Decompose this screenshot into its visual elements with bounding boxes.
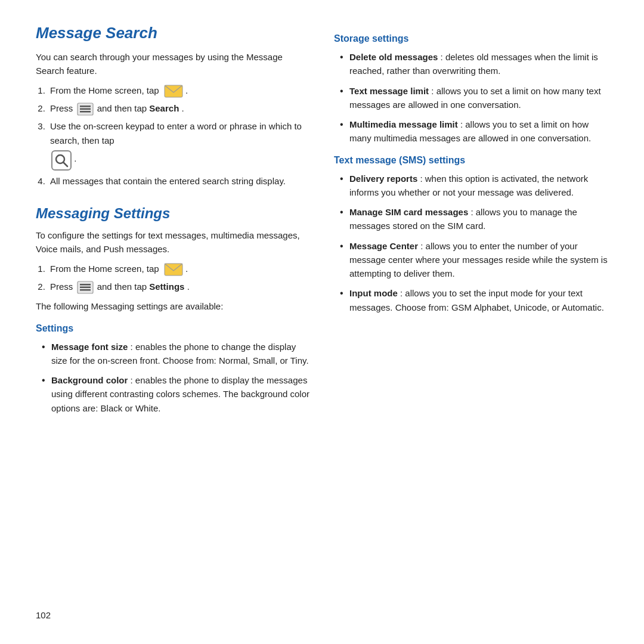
envelope-icon-2 bbox=[164, 263, 183, 276]
ms-step-2: Press and then tap Settings . bbox=[48, 280, 310, 294]
ms-step-1-text: From the Home screen, tap bbox=[50, 264, 162, 274]
sms-term-3: Message Center bbox=[349, 241, 418, 251]
sms-item-4: Input mode : allows you to set the input… bbox=[340, 286, 608, 314]
ms-step-2-bold: Settings bbox=[149, 281, 184, 292]
step-4: All messages that contain the entered se… bbox=[48, 174, 310, 188]
message-search-intro: You can search through your messages by … bbox=[36, 51, 310, 78]
step-2-and: and then tap bbox=[97, 103, 150, 113]
svg-line-6 bbox=[64, 163, 68, 167]
storage-term-1: Delete old messages bbox=[349, 52, 438, 62]
step-3-period: . bbox=[74, 153, 76, 163]
sms-settings-list: Delivery reports : when this option is a… bbox=[340, 172, 608, 314]
svg-rect-11 bbox=[80, 289, 91, 291]
storage-term-2: Text message limit bbox=[349, 86, 429, 96]
step-2-bold: Search bbox=[149, 103, 179, 113]
storage-settings-list: Delete old messages : deletes old messag… bbox=[340, 50, 608, 145]
svg-rect-4 bbox=[80, 111, 91, 113]
sms-item-2: Manage SIM card messages : allows you to… bbox=[340, 205, 608, 233]
menu-icon-1 bbox=[77, 103, 94, 116]
svg-rect-9 bbox=[80, 284, 91, 286]
storage-item-2: Text message limit : allows you to set a… bbox=[340, 84, 608, 112]
right-column: Storage settings Delete old messages : d… bbox=[334, 24, 608, 421]
sms-term-1: Delivery reports bbox=[349, 174, 417, 184]
step-4-text: All messages that contain the entered se… bbox=[50, 176, 286, 186]
settings-term-1: Message font size bbox=[51, 342, 128, 352]
storage-item-3: Multimedia message limit : allows you to… bbox=[340, 117, 608, 145]
storage-item-1: Delete old messages : deletes old messag… bbox=[340, 50, 608, 78]
storage-settings-title: Storage settings bbox=[334, 33, 608, 44]
step-2-period: . bbox=[181, 103, 184, 113]
envelope-icon-1 bbox=[164, 85, 183, 98]
settings-item-1: Message font size : enables the phone to… bbox=[42, 340, 310, 368]
step-1-text: From the Home screen, tap bbox=[50, 85, 162, 95]
sms-settings-title: Text message (SMS) settings bbox=[334, 155, 608, 166]
sms-term-2: Manage SIM card messages bbox=[349, 207, 468, 217]
svg-rect-10 bbox=[80, 287, 91, 289]
left-column: Message Search You can search through yo… bbox=[36, 24, 310, 421]
step-2-text-before: Press bbox=[50, 103, 76, 113]
message-search-steps: From the Home screen, tap . Press bbox=[48, 83, 310, 188]
sms-item-3: Message Center : allows you to enter the… bbox=[340, 239, 608, 281]
step-1: From the Home screen, tap . bbox=[48, 83, 310, 98]
ms-step-2-period: . bbox=[187, 281, 190, 292]
messaging-settings-steps: From the Home screen, tap . Press bbox=[48, 262, 310, 294]
following-text: The following Messaging settings are ava… bbox=[36, 300, 310, 314]
settings-term-2: Background color bbox=[51, 375, 128, 385]
settings-subsection-title: Settings bbox=[36, 323, 310, 334]
page-number: 102 bbox=[36, 610, 51, 620]
step-3-text: Use the on-screen keypad to enter a word… bbox=[50, 121, 302, 145]
step-1-period: . bbox=[185, 85, 188, 95]
messaging-settings-intro: To configure the settings for text messa… bbox=[36, 229, 310, 256]
page-layout: Message Search You can search through yo… bbox=[36, 24, 608, 421]
ms-step-2-before: Press bbox=[50, 281, 76, 292]
search-icon bbox=[51, 150, 72, 171]
sms-item-1: Delivery reports : when this option is a… bbox=[340, 172, 608, 200]
sms-term-4: Input mode bbox=[349, 288, 398, 298]
storage-term-3: Multimedia message limit bbox=[349, 119, 458, 129]
svg-rect-2 bbox=[80, 106, 91, 107]
ms-step-1-period: . bbox=[185, 264, 188, 274]
settings-list: Message font size : enables the phone to… bbox=[42, 340, 310, 415]
messaging-settings-title: Messaging Settings bbox=[36, 205, 310, 222]
menu-icon-2 bbox=[77, 281, 94, 294]
message-search-title: Message Search bbox=[36, 24, 310, 42]
step-3: Use the on-screen keypad to enter a word… bbox=[48, 119, 310, 171]
ms-step-2-and: and then tap bbox=[97, 281, 150, 292]
ms-step-1: From the Home screen, tap . bbox=[48, 262, 310, 276]
settings-item-2: Background color : enables the phone to … bbox=[42, 373, 310, 415]
step-2: Press and then tap Search . bbox=[48, 101, 310, 116]
svg-rect-3 bbox=[80, 109, 91, 110]
